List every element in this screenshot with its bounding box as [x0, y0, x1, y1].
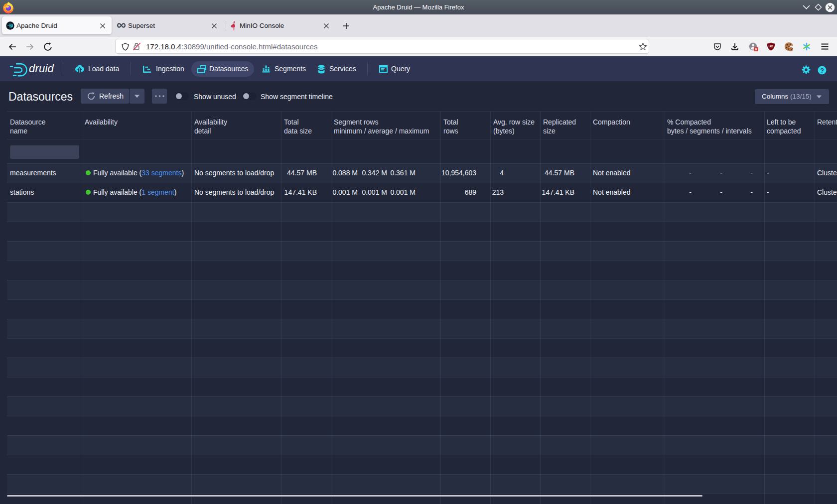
svg-text:?: ? [820, 67, 824, 74]
svg-text:UO: UO [769, 44, 773, 48]
